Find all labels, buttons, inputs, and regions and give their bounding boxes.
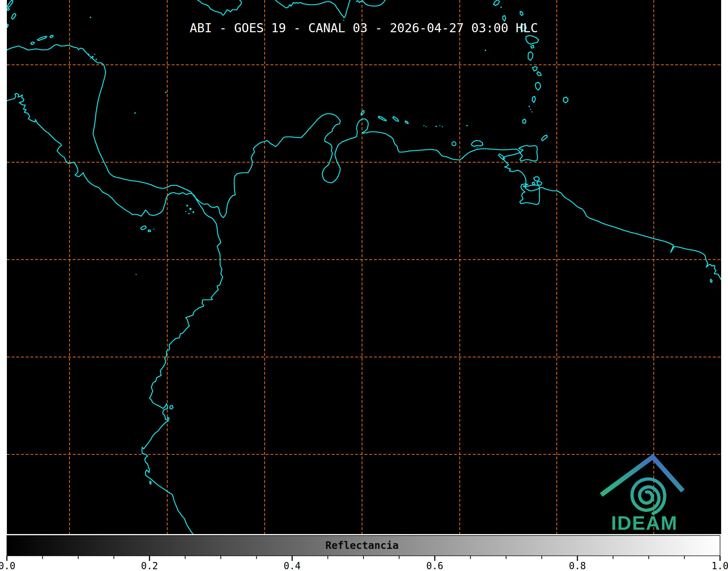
ideam-logo-text: IDEAM (611, 512, 678, 534)
islet-marker (94, 54, 96, 55)
islet-marker (193, 211, 194, 213)
islet-marker (485, 50, 486, 51)
islet-marker (153, 229, 155, 230)
colorbar-axis-labels: 0.00.20.40.60.81.0 (0, 560, 728, 571)
islet-marker (442, 126, 443, 127)
islet-marker (188, 213, 190, 214)
reflectance-colorbar: Reflectancia 0.00.20.40.60.81.0 (0, 536, 728, 571)
colorbar-axis-ticks (7, 556, 720, 561)
colorbar-tick-label: 0.4 (284, 560, 301, 571)
image-title: ABI - GOES 19 - CANAL 03 - 2026-04-27 03… (190, 21, 538, 35)
colorbar-tick-label: 0.0 (0, 560, 15, 571)
islet-marker (185, 211, 186, 212)
islet-marker (165, 92, 167, 93)
islet-marker (96, 59, 97, 60)
islet-marker (530, 109, 531, 110)
satellite-scene: ABI - GOES 19 - CANAL 03 - 2026-04-27 03… (0, 0, 728, 571)
islet-marker (134, 112, 136, 114)
islet-marker (424, 125, 425, 126)
islet-marker (426, 126, 427, 127)
islet-marker (529, 106, 530, 107)
islet-marker (90, 58, 91, 59)
colorbar-tick-label: 0.8 (569, 560, 586, 571)
islet-marker (88, 54, 89, 55)
islet-marker (92, 56, 94, 58)
colorbar-tick-label: 0.6 (426, 560, 443, 571)
islet-marker (531, 112, 533, 113)
colorbar-tick-label: 0.2 (141, 560, 158, 571)
islet-marker (186, 205, 188, 207)
islet-marker (477, 147, 478, 148)
colorbar-label: Reflectancia (325, 539, 399, 551)
islet-marker (189, 208, 192, 210)
colorbar-tick-label: 1.0 (712, 560, 728, 571)
islet-marker (500, 7, 502, 8)
islet-marker (466, 125, 468, 126)
islet-marker (435, 126, 437, 127)
goes-satellite-image-viewer: ABI - GOES 19 - CANAL 03 - 2026-04-27 03… (0, 0, 728, 571)
islet-marker (90, 17, 91, 18)
islet-marker (136, 274, 137, 275)
islet-marker (439, 125, 441, 126)
islet-marker (290, 5, 291, 7)
map-background (7, 0, 721, 534)
